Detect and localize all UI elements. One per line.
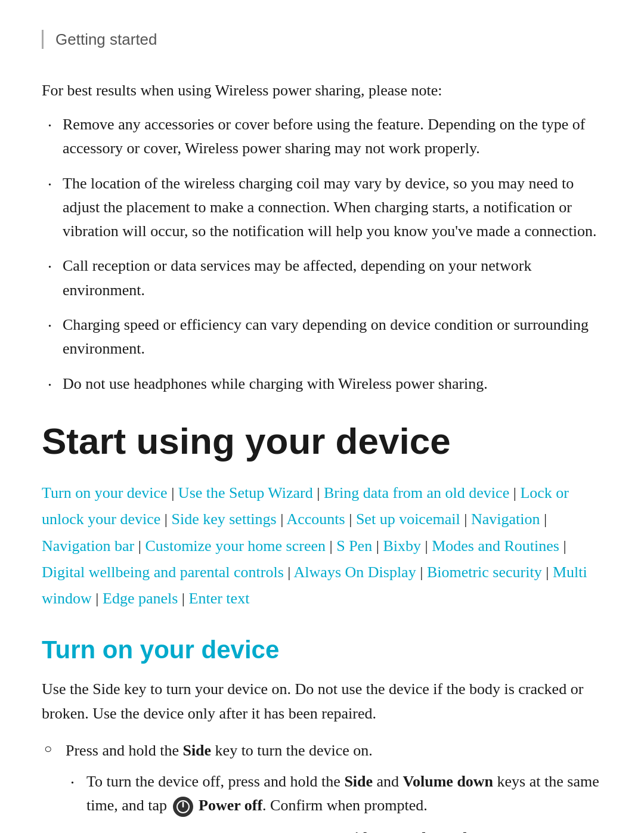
sub-bullet-item-poweroff: To turn the device off, press and hold t… xyxy=(66,770,602,818)
link-spen[interactable]: S Pen xyxy=(336,537,372,555)
link-voicemail[interactable]: Set up voicemail xyxy=(356,510,460,528)
links-block: Turn on your device | Use the Setup Wiza… xyxy=(42,480,602,612)
list-item: The location of the wireless charging co… xyxy=(42,172,602,244)
list-item: Do not use headphones while charging wit… xyxy=(42,372,602,396)
header-title: Getting started xyxy=(55,30,157,48)
list-item: Call reception or data services may be a… xyxy=(42,254,602,302)
link-navigation-bar[interactable]: Navigation bar xyxy=(42,537,134,555)
link-modes-routines[interactable]: Modes and Routines xyxy=(432,537,559,555)
link-bixby[interactable]: Bixby xyxy=(383,537,421,555)
circle-list-item: Press and hold the Side key to turn the … xyxy=(42,739,602,833)
intro-text: For best results when using Wireless pow… xyxy=(42,79,602,102)
link-edge-panels[interactable]: Edge panels xyxy=(103,590,178,607)
circle-list: Press and hold the Side key to turn the … xyxy=(42,739,602,833)
list-item: Remove any accessories or cover before u… xyxy=(42,113,602,161)
header-section: Getting started xyxy=(42,30,602,49)
subsection-title: Turn on your device xyxy=(42,636,602,664)
link-enter-text[interactable]: Enter text xyxy=(189,590,250,607)
sub-bullet-list: To turn the device off, press and hold t… xyxy=(66,770,602,833)
list-item: Charging speed or efficiency can vary de… xyxy=(42,313,602,361)
bold-side-2: Side xyxy=(344,773,373,790)
link-accounts[interactable]: Accounts xyxy=(286,510,345,528)
sub-bullet-item-restart: To restart your device, press and hold t… xyxy=(66,826,602,833)
power-off-label: Power off xyxy=(199,797,262,814)
link-turn-on-device[interactable]: Turn on your device xyxy=(42,484,168,501)
link-always-on[interactable]: Always On Display xyxy=(294,563,416,581)
link-customize-home[interactable]: Customize your home screen xyxy=(145,537,326,555)
link-side-key[interactable]: Side key settings xyxy=(171,510,276,528)
bold-side-3: Side xyxy=(346,829,374,833)
link-bring-data[interactable]: Bring data from an old device xyxy=(324,484,509,501)
link-biometric[interactable]: Biometric security xyxy=(427,563,542,581)
section-title: Start using your device xyxy=(42,420,602,462)
body-text: Use the Side key to turn your device on.… xyxy=(42,677,602,726)
bold-volume-down: Volume down xyxy=(403,773,493,790)
power-off-icon xyxy=(173,797,193,817)
link-setup-wizard[interactable]: Use the Setup Wizard xyxy=(178,484,313,501)
bold-volume-down-2: Volume down xyxy=(404,829,494,833)
bullet-list: Remove any accessories or cover before u… xyxy=(42,113,602,396)
link-digital-wellbeing[interactable]: Digital wellbeing and parental controls xyxy=(42,563,284,581)
bold-side: Side xyxy=(182,742,211,759)
link-navigation[interactable]: Navigation xyxy=(471,510,540,528)
